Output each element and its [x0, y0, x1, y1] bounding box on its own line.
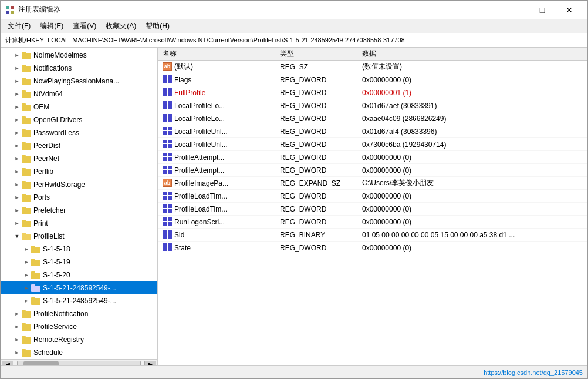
tree-item-s15212[interactable]: ► S-1-5-21-248592549-...: [1, 294, 157, 307]
tree-item-s1520[interactable]: ► S-1-5-20: [1, 269, 157, 281]
detail-header: 名称 类型 数据: [158, 48, 587, 61]
detail-row[interactable]: LocalProfileLo... REG_DWORD 0xaae04c09 (…: [158, 112, 587, 125]
reg-icon-dword: [163, 230, 172, 240]
tree-hscroll-thumb[interactable]: [23, 361, 59, 366]
cell-name: RunLogonScri...: [158, 216, 275, 228]
detail-row[interactable]: FullProfile REG_DWORD 0x00000001 (1): [158, 86, 587, 99]
detail-panel[interactable]: 名称 类型 数据 ab (默认) REG_SZ (数值未设置) Flags R: [158, 48, 587, 365]
tree-item-noimemodeimes[interactable]: ► NoImeModelmes: [1, 49, 157, 62]
minimize-button[interactable]: —: [502, 1, 529, 19]
detail-row[interactable]: Flags REG_DWORD 0x00000000 (0): [158, 73, 587, 86]
tree-hscroll[interactable]: ◀ ▶: [1, 359, 157, 365]
col-header-data[interactable]: 数据: [357, 48, 587, 60]
detail-row[interactable]: ab ProfileImagePa... REG_EXPAND_SZ C:\Us…: [158, 177, 587, 190]
cell-type: REG_DWORD: [275, 99, 357, 112]
folder-icon: [22, 193, 31, 202]
tree-item-print[interactable]: ► Print: [1, 217, 157, 230]
detail-row[interactable]: ProfileAttempt... REG_DWORD 0x00000000 (…: [158, 151, 587, 164]
detail-row[interactable]: ab (默认) REG_SZ (数值未设置): [158, 61, 587, 73]
tree-item-profilenotification[interactable]: ► ProfileNotification: [1, 307, 157, 320]
tree-item-nowplaying[interactable]: ► NowPlayingSessionMana...: [1, 75, 157, 88]
title-bar: 注册表编辑器 — □ ✕: [1, 1, 587, 19]
cell-type: REG_DWORD: [275, 86, 357, 99]
cell-data: 0x00000000 (0): [357, 216, 587, 228]
tree-item-prefetcher[interactable]: ► Prefetcher: [1, 204, 157, 217]
tree-item-oem[interactable]: ► OEM: [1, 100, 157, 113]
scroll-left-btn[interactable]: ◀: [2, 361, 13, 366]
cell-data: C:\Users\李英俊小朋友: [357, 177, 587, 189]
cell-data: 0x00000000 (0): [357, 151, 587, 163]
tree-item-s1518[interactable]: ► S-1-5-18: [1, 243, 157, 256]
cell-name: Sid: [158, 229, 275, 241]
cell-data: (数值未设置): [357, 61, 587, 73]
svg-rect-44: [31, 297, 35, 300]
menu-file[interactable]: 文件(F): [3, 19, 35, 33]
detail-row[interactable]: LocalProfileUnl... REG_DWORD 0x7300c6ba …: [158, 138, 587, 151]
tree-label: S-1-5-18: [43, 245, 70, 253]
address-text: 计算机\HKEY_LOCAL_MACHINE\SOFTWARE\Microsof…: [5, 36, 405, 45]
tree-item-notifications[interactable]: ► Notifications: [1, 62, 157, 75]
tree-label: Prefetcher: [33, 206, 66, 214]
detail-row[interactable]: ProfileLoadTim... REG_DWORD 0x00000000 (…: [158, 203, 587, 216]
tree-item-ports[interactable]: ► Ports: [1, 191, 157, 204]
tree-scroll[interactable]: ► NoImeModelmes ► Notifications ►: [1, 49, 157, 359]
expand-icon: ►: [12, 309, 22, 318]
scroll-right-btn[interactable]: ▶: [144, 361, 156, 366]
col-header-type[interactable]: 类型: [275, 48, 357, 60]
cell-data: 0x00000000 (0): [357, 203, 587, 215]
tree-item-passwordless[interactable]: ► PasswordLess: [1, 126, 157, 139]
menu-view[interactable]: 查看(V): [68, 19, 101, 33]
cell-data: 0x00000000 (0): [357, 190, 587, 202]
tree-item-s15211[interactable]: ► S-1-5-21-248592549-...: [1, 281, 157, 294]
tree-item-perhwidstorage[interactable]: ► PerHwIdStorage: [1, 178, 157, 191]
tree-item-profilelist[interactable]: ▼ ProfileList: [1, 230, 157, 243]
detail-row[interactable]: State REG_DWORD 0x00000000 (0): [158, 242, 587, 254]
close-button[interactable]: ✕: [556, 1, 583, 19]
status-bar: https://blog.csdn.net/qq_21579045: [1, 365, 587, 378]
main-content: ► NoImeModelmes ► Notifications ►: [1, 48, 587, 365]
detail-row[interactable]: Sid REG_BINARY 01 05 00 00 00 00 00 05 1…: [158, 229, 587, 242]
detail-row[interactable]: ProfileLoadTim... REG_DWORD 0x00000000 (…: [158, 190, 587, 203]
tree-item-opengldrivers[interactable]: ► OpenGLDrivers: [1, 113, 157, 126]
tree-item-ntvdm64[interactable]: ► NtVdm64: [1, 88, 157, 100]
folder-icon: [22, 77, 31, 85]
maximize-button[interactable]: □: [529, 1, 556, 19]
tree-item-profileservice[interactable]: ► ProfileService: [1, 320, 157, 333]
folder-icon: [22, 167, 31, 176]
window-title: 注册表编辑器: [18, 5, 502, 15]
cell-type: REG_SZ: [275, 61, 357, 73]
folder-icon: [22, 129, 31, 137]
expand-icon: ►: [12, 180, 22, 189]
tree-item-perflib[interactable]: ► Perflib: [1, 165, 157, 178]
tree-item-peernet[interactable]: ► PeerNet: [1, 152, 157, 165]
tree-label: Schedule: [33, 348, 63, 357]
detail-row[interactable]: RunLogonScri... REG_DWORD 0x00000000 (0): [158, 216, 587, 229]
folder-icon: [22, 155, 31, 163]
folder-icon: [22, 206, 31, 214]
col-header-name[interactable]: 名称: [158, 48, 275, 60]
tree-label: S-1-5-21-248592549-...: [43, 284, 116, 292]
menu-favorites[interactable]: 收藏夹(A): [101, 19, 141, 33]
svg-rect-19: [22, 142, 26, 145]
expand-icon: ►: [12, 193, 22, 202]
tree-item-remoteregistry[interactable]: ► RemoteRegistry: [1, 333, 157, 346]
expand-icon: ►: [12, 141, 22, 150]
reg-icon-dword: [163, 114, 172, 123]
tree-hscroll-track[interactable]: [17, 361, 141, 366]
menu-help[interactable]: 帮助(H): [141, 19, 174, 33]
svg-rect-21: [22, 155, 26, 157]
cell-data: 0x00000000 (0): [357, 73, 587, 86]
tree-item-schedule[interactable]: ► Schedule: [1, 346, 157, 359]
detail-row[interactable]: LocalProfileUnl... REG_DWORD 0x01d67af4 …: [158, 125, 587, 138]
expand-icon: ►: [12, 335, 22, 344]
menu-edit[interactable]: 编辑(E): [35, 19, 68, 33]
cell-name: FullProfile: [158, 86, 275, 99]
detail-row[interactable]: ProfileAttempt... REG_DWORD 0x00000000 (…: [158, 164, 587, 177]
reg-icon-dword: [163, 192, 172, 201]
cell-data: 01 05 00 00 00 00 00 05 15 00 00 00 a5 3…: [357, 229, 587, 241]
window-controls: — □ ✕: [502, 1, 583, 19]
tree-item-peerdist[interactable]: ► PeerDist: [1, 139, 157, 152]
tree-label: NtVdm64: [33, 90, 63, 98]
detail-row[interactable]: LocalProfileLo... REG_DWORD 0x01d67aef (…: [158, 99, 587, 112]
tree-item-s1519[interactable]: ► S-1-5-19: [1, 256, 157, 269]
